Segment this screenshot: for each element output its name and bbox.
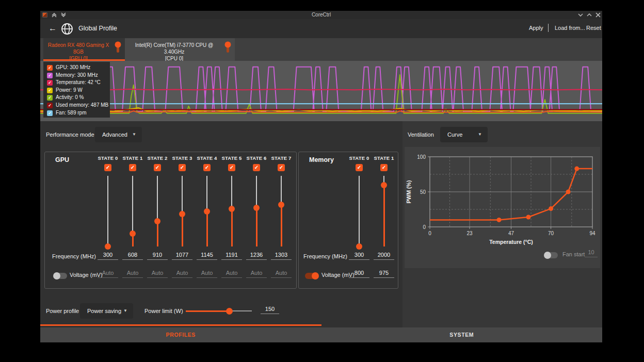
gpu-slider-handle[interactable] bbox=[229, 206, 235, 212]
gpu-state-checkbox[interactable]: ✓ bbox=[228, 164, 235, 171]
gpu-state-checkbox[interactable]: ✓ bbox=[179, 164, 186, 171]
page-title: Global Profile bbox=[78, 25, 117, 32]
fan-x-tick: 70 bbox=[548, 231, 554, 236]
gpu-frequency-input[interactable]: 910 bbox=[147, 252, 168, 260]
legend-checkbox[interactable]: ✓ bbox=[47, 103, 53, 108]
power-limit-label: Power limit (W) bbox=[144, 308, 183, 314]
legend-checkbox[interactable]: ✓ bbox=[47, 88, 53, 93]
gpu-voltage-input[interactable]: Auto bbox=[122, 270, 143, 278]
legend-checkbox[interactable]: ✓ bbox=[47, 95, 53, 101]
legend-item: ✓Power: 9 W bbox=[47, 87, 110, 95]
gpu-slider-track[interactable] bbox=[107, 176, 108, 246]
legend-item: ✓Fan: 589 rpm bbox=[47, 110, 110, 118]
gpu-frequency-input[interactable]: 1303 bbox=[271, 252, 292, 260]
fan-start-input[interactable]: 10 bbox=[585, 249, 598, 257]
gpu-voltage-input[interactable]: Auto bbox=[172, 270, 192, 278]
fan-curve-point[interactable] bbox=[566, 190, 571, 194]
legend-item: ✓Activity: 0 % bbox=[47, 94, 110, 102]
gpu-slider-handle[interactable] bbox=[130, 231, 136, 237]
gpu-state-checkbox[interactable]: ✓ bbox=[104, 164, 111, 171]
gpu-frequency-input[interactable]: 1145 bbox=[197, 252, 217, 260]
legend-checkbox[interactable]: ✓ bbox=[47, 65, 53, 71]
apply-button[interactable]: Apply bbox=[529, 25, 543, 31]
gpu-voltage-toggle[interactable] bbox=[54, 273, 67, 279]
gpu-slider-handle[interactable] bbox=[154, 218, 160, 224]
gpu-slider-fill bbox=[281, 205, 282, 246]
memory-slider-handle[interactable] bbox=[381, 182, 387, 188]
gpu-state-checkbox[interactable]: ✓ bbox=[253, 164, 260, 171]
memory-frequency-label: Frequency (MHz) bbox=[299, 253, 347, 259]
fan-start-toggle[interactable] bbox=[544, 252, 558, 258]
gpu-frequency-input[interactable]: 608 bbox=[122, 252, 143, 260]
legend-item: ✓Used memory: 487 MB bbox=[47, 102, 110, 110]
power-profile-label: Power profile bbox=[46, 308, 79, 314]
memory-voltage-toggle[interactable] bbox=[305, 273, 318, 279]
memory-state-checkbox[interactable]: ✓ bbox=[356, 164, 363, 171]
toggle-knob bbox=[53, 272, 60, 279]
legend-label: Activity: 0 % bbox=[56, 94, 84, 100]
gpu-slider-handle[interactable] bbox=[204, 208, 210, 215]
close-icon[interactable] bbox=[594, 12, 602, 18]
back-button[interactable]: ← bbox=[46, 22, 59, 35]
bottom-tab-system[interactable]: SYSTEM bbox=[321, 327, 603, 342]
power-limit-input[interactable]: 150 bbox=[261, 306, 279, 314]
monitor-series bbox=[40, 61, 602, 121]
memory-state-checkbox[interactable]: ✓ bbox=[380, 164, 388, 171]
gpu-slider-handle[interactable] bbox=[278, 202, 284, 208]
legend-item: ✓GPU: 300 MHz bbox=[47, 64, 110, 72]
load-from-button[interactable]: Load from... bbox=[555, 25, 585, 31]
legend-checkbox[interactable]: ✓ bbox=[47, 73, 53, 78]
fan-curve-chart[interactable]: 023477094050100Temperature (°C)PWM (%) bbox=[405, 147, 600, 245]
fan-curve-point[interactable] bbox=[526, 215, 531, 220]
legend-label: GPU: 300 MHz bbox=[56, 64, 90, 70]
gpu-slider-fill bbox=[231, 209, 233, 246]
titlebar[interactable]: CoreCtrl bbox=[40, 11, 602, 19]
ventilation-label: Ventilation bbox=[408, 131, 434, 138]
memory-frequency-input[interactable]: 2000 bbox=[374, 252, 394, 260]
gpu-voltage-input[interactable]: Auto bbox=[98, 270, 118, 278]
gpu-state-checkbox[interactable]: ✓ bbox=[278, 164, 285, 171]
memory-slider-track[interactable] bbox=[359, 176, 360, 246]
fan-curve-point[interactable] bbox=[574, 167, 579, 171]
memory-slider-handle[interactable] bbox=[356, 243, 362, 250]
app-window: CoreCtrl ← Global Profile Apply Load fro… bbox=[40, 11, 602, 342]
fan-curve-point[interactable] bbox=[549, 206, 553, 211]
active-tab-indicator bbox=[40, 324, 321, 326]
fan-y-tick: 50 bbox=[420, 189, 426, 195]
monitor-chart: ✓GPU: 300 MHz✓Memory: 300 MHz✓Temperatur… bbox=[40, 61, 602, 121]
device-tab-gpu[interactable]: Radeon RX 480 Gaming X 8GB[GPU 0] bbox=[43, 38, 125, 61]
memory-frequency-input[interactable]: 300 bbox=[349, 252, 369, 260]
gpu-slider-handle[interactable] bbox=[253, 205, 260, 211]
power-profile-dropdown[interactable]: Power saving ▼ bbox=[80, 303, 133, 319]
gpu-voltage-input[interactable]: Auto bbox=[147, 270, 168, 278]
device-tab-cpu[interactable]: Intel(R) Core(TM) i7-3770 CPU @ 3.40GHz[… bbox=[125, 38, 235, 61]
fan-curve-point[interactable] bbox=[497, 218, 502, 222]
gpu-frequency-input[interactable]: 1191 bbox=[221, 252, 242, 260]
gpu-state-checkbox[interactable]: ✓ bbox=[129, 164, 136, 171]
gpu-frequency-input[interactable]: 1077 bbox=[172, 252, 192, 260]
gpu-slider-handle[interactable] bbox=[105, 243, 111, 250]
memory-voltage-input[interactable]: 800 bbox=[349, 270, 369, 278]
legend-label: Temperature: 42 °C bbox=[56, 79, 101, 85]
gpu-frequency-input[interactable]: 300 bbox=[98, 252, 118, 260]
legend-checkbox[interactable]: ✓ bbox=[47, 80, 53, 86]
bottom-tab-profiles[interactable]: PROFILES bbox=[40, 327, 321, 342]
chevron-down-icon[interactable] bbox=[577, 12, 584, 18]
gpu-slider-handle[interactable] bbox=[179, 211, 185, 217]
gpu-voltage-input[interactable]: Auto bbox=[221, 270, 242, 278]
performance-mode-dropdown[interactable]: Advanced ▼ bbox=[95, 127, 142, 142]
reset-button[interactable]: Reset bbox=[586, 25, 601, 31]
gpu-state-checkbox[interactable]: ✓ bbox=[154, 164, 161, 171]
gpu-voltage-input[interactable]: Auto bbox=[197, 270, 217, 278]
desktop: CoreCtrl ← Global Profile Apply Load fro… bbox=[0, 0, 644, 362]
legend-checkbox[interactable]: ✓ bbox=[47, 110, 53, 116]
gpu-frequency-input[interactable]: 1236 bbox=[246, 252, 267, 260]
chevron-up-icon[interactable] bbox=[586, 12, 593, 18]
power-limit-slider-handle[interactable] bbox=[226, 308, 233, 315]
gpu-voltage-input[interactable]: Auto bbox=[246, 270, 267, 278]
fan-y-tick: 100 bbox=[417, 154, 426, 160]
ventilation-mode-dropdown[interactable]: Curve ▼ bbox=[440, 127, 488, 142]
gpu-state-checkbox[interactable]: ✓ bbox=[203, 164, 211, 171]
gpu-voltage-input[interactable]: Auto bbox=[271, 270, 292, 278]
memory-voltage-input[interactable]: 975 bbox=[374, 270, 394, 278]
